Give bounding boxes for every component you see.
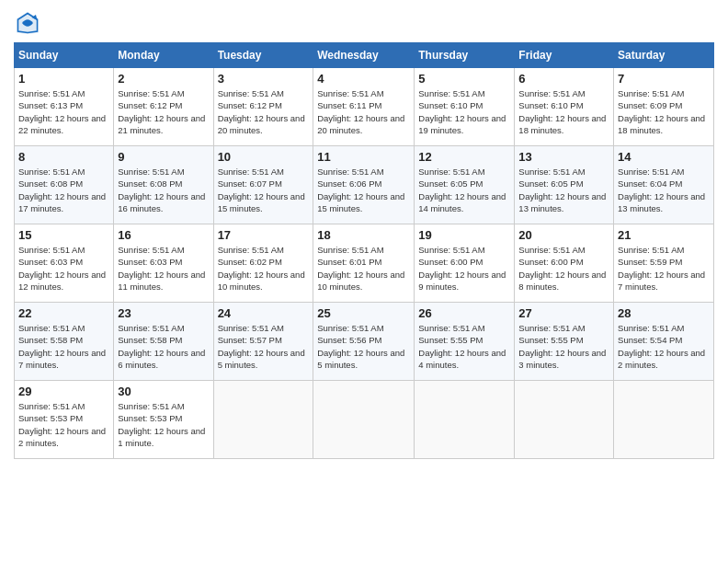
day-number: 20 bbox=[518, 228, 609, 242]
weekday-header: Wednesday bbox=[313, 43, 415, 68]
day-info: Sunrise: 5:51 AMSunset: 6:01 PMDaylight:… bbox=[317, 244, 410, 293]
calendar-week-row: 1Sunrise: 5:51 AMSunset: 6:13 PMDaylight… bbox=[15, 68, 714, 146]
day-info: Sunrise: 5:51 AMSunset: 6:03 PMDaylight:… bbox=[118, 244, 209, 293]
day-info: Sunrise: 5:51 AMSunset: 6:09 PMDaylight:… bbox=[618, 87, 710, 136]
day-info: Sunrise: 5:51 AMSunset: 5:59 PMDaylight:… bbox=[618, 244, 710, 293]
calendar-cell: 7Sunrise: 5:51 AMSunset: 6:09 PMDaylight… bbox=[614, 68, 714, 146]
day-number: 29 bbox=[18, 385, 109, 398]
calendar-table: SundayMondayTuesdayWednesdayThursdayFrid… bbox=[14, 42, 714, 459]
calendar-week-row: 15Sunrise: 5:51 AMSunset: 6:03 PMDayligh… bbox=[15, 224, 714, 303]
day-number: 1 bbox=[18, 72, 109, 86]
day-info: Sunrise: 5:51 AMSunset: 6:03 PMDaylight:… bbox=[18, 244, 109, 293]
day-number: 10 bbox=[218, 150, 310, 164]
calendar-cell bbox=[313, 381, 415, 459]
calendar-cell: 8Sunrise: 5:51 AMSunset: 6:08 PMDaylight… bbox=[15, 146, 114, 224]
day-number: 14 bbox=[618, 150, 710, 164]
day-info: Sunrise: 5:51 AMSunset: 6:12 PMDaylight:… bbox=[118, 87, 209, 136]
calendar-cell: 22Sunrise: 5:51 AMSunset: 5:58 PMDayligh… bbox=[15, 303, 114, 381]
day-number: 24 bbox=[218, 306, 310, 320]
calendar-week-row: 29Sunrise: 5:51 AMSunset: 5:53 PMDayligh… bbox=[15, 381, 714, 459]
calendar-cell: 24Sunrise: 5:51 AMSunset: 5:57 PMDayligh… bbox=[213, 303, 313, 381]
logo-icon bbox=[14, 9, 41, 37]
calendar-cell: 21Sunrise: 5:51 AMSunset: 5:59 PMDayligh… bbox=[614, 224, 714, 303]
weekday-header: Monday bbox=[114, 43, 213, 68]
calendar-cell: 28Sunrise: 5:51 AMSunset: 5:54 PMDayligh… bbox=[614, 303, 714, 381]
logo bbox=[14, 9, 45, 37]
calendar-cell: 25Sunrise: 5:51 AMSunset: 5:56 PMDayligh… bbox=[313, 303, 415, 381]
calendar-week-row: 8Sunrise: 5:51 AMSunset: 6:08 PMDaylight… bbox=[15, 146, 714, 224]
calendar-cell: 30Sunrise: 5:51 AMSunset: 5:53 PMDayligh… bbox=[114, 381, 213, 459]
day-number: 22 bbox=[18, 306, 109, 320]
day-info: Sunrise: 5:51 AMSunset: 5:53 PMDaylight:… bbox=[18, 400, 109, 449]
calendar-cell: 16Sunrise: 5:51 AMSunset: 6:03 PMDayligh… bbox=[114, 224, 213, 303]
calendar-cell bbox=[415, 381, 515, 459]
weekday-header: Sunday bbox=[15, 43, 114, 68]
day-info: Sunrise: 5:51 AMSunset: 6:08 PMDaylight:… bbox=[118, 166, 209, 214]
day-number: 8 bbox=[18, 150, 109, 164]
day-info: Sunrise: 5:51 AMSunset: 6:02 PMDaylight:… bbox=[218, 244, 310, 293]
day-number: 21 bbox=[618, 228, 710, 242]
header bbox=[14, 9, 714, 37]
day-info: Sunrise: 5:51 AMSunset: 5:55 PMDaylight:… bbox=[418, 322, 510, 371]
calendar-cell bbox=[515, 381, 614, 459]
day-number: 6 bbox=[518, 72, 609, 86]
calendar-cell: 11Sunrise: 5:51 AMSunset: 6:06 PMDayligh… bbox=[313, 146, 415, 224]
calendar-cell: 6Sunrise: 5:51 AMSunset: 6:10 PMDaylight… bbox=[515, 68, 614, 146]
day-number: 12 bbox=[418, 150, 510, 164]
day-number: 3 bbox=[218, 72, 310, 86]
day-number: 9 bbox=[118, 150, 209, 164]
day-info: Sunrise: 5:51 AMSunset: 6:12 PMDaylight:… bbox=[218, 87, 310, 136]
day-number: 7 bbox=[618, 72, 710, 86]
day-info: Sunrise: 5:51 AMSunset: 6:08 PMDaylight:… bbox=[18, 166, 109, 214]
calendar-cell: 12Sunrise: 5:51 AMSunset: 6:05 PMDayligh… bbox=[415, 146, 515, 224]
day-info: Sunrise: 5:51 AMSunset: 5:53 PMDaylight:… bbox=[118, 400, 209, 449]
day-info: Sunrise: 5:51 AMSunset: 6:05 PMDaylight:… bbox=[518, 166, 609, 214]
day-info: Sunrise: 5:51 AMSunset: 6:06 PMDaylight:… bbox=[317, 166, 410, 214]
weekday-header: Friday bbox=[515, 43, 614, 68]
day-info: Sunrise: 5:51 AMSunset: 6:00 PMDaylight:… bbox=[418, 244, 510, 293]
day-info: Sunrise: 5:51 AMSunset: 5:57 PMDaylight:… bbox=[218, 322, 310, 371]
day-number: 18 bbox=[317, 228, 410, 242]
calendar-body: 1Sunrise: 5:51 AMSunset: 6:13 PMDaylight… bbox=[15, 68, 714, 459]
day-info: Sunrise: 5:51 AMSunset: 5:58 PMDaylight:… bbox=[18, 322, 109, 371]
weekday-header: Tuesday bbox=[213, 43, 313, 68]
day-info: Sunrise: 5:51 AMSunset: 5:58 PMDaylight:… bbox=[118, 322, 209, 371]
day-info: Sunrise: 5:51 AMSunset: 6:04 PMDaylight:… bbox=[618, 166, 710, 214]
calendar-cell: 10Sunrise: 5:51 AMSunset: 6:07 PMDayligh… bbox=[213, 146, 313, 224]
calendar-cell: 23Sunrise: 5:51 AMSunset: 5:58 PMDayligh… bbox=[114, 303, 213, 381]
weekday-header: Saturday bbox=[614, 43, 714, 68]
calendar-cell: 17Sunrise: 5:51 AMSunset: 6:02 PMDayligh… bbox=[213, 224, 313, 303]
calendar-cell: 2Sunrise: 5:51 AMSunset: 6:12 PMDaylight… bbox=[114, 68, 213, 146]
calendar-cell: 20Sunrise: 5:51 AMSunset: 6:00 PMDayligh… bbox=[515, 224, 614, 303]
day-info: Sunrise: 5:51 AMSunset: 6:10 PMDaylight:… bbox=[518, 87, 609, 136]
calendar-cell: 26Sunrise: 5:51 AMSunset: 5:55 PMDayligh… bbox=[415, 303, 515, 381]
day-info: Sunrise: 5:51 AMSunset: 6:10 PMDaylight:… bbox=[418, 87, 510, 136]
day-number: 4 bbox=[317, 72, 410, 86]
calendar-week-row: 22Sunrise: 5:51 AMSunset: 5:58 PMDayligh… bbox=[15, 303, 714, 381]
day-info: Sunrise: 5:51 AMSunset: 6:13 PMDaylight:… bbox=[18, 87, 109, 136]
day-number: 2 bbox=[118, 72, 209, 86]
calendar-cell: 29Sunrise: 5:51 AMSunset: 5:53 PMDayligh… bbox=[15, 381, 114, 459]
day-info: Sunrise: 5:51 AMSunset: 6:07 PMDaylight:… bbox=[218, 166, 310, 214]
calendar-cell: 1Sunrise: 5:51 AMSunset: 6:13 PMDaylight… bbox=[15, 68, 114, 146]
day-info: Sunrise: 5:51 AMSunset: 6:11 PMDaylight:… bbox=[317, 87, 410, 136]
calendar-cell: 15Sunrise: 5:51 AMSunset: 6:03 PMDayligh… bbox=[15, 224, 114, 303]
calendar-cell bbox=[213, 381, 313, 459]
day-number: 23 bbox=[118, 306, 209, 320]
day-number: 13 bbox=[518, 150, 609, 164]
calendar-cell: 18Sunrise: 5:51 AMSunset: 6:01 PMDayligh… bbox=[313, 224, 415, 303]
calendar-cell: 9Sunrise: 5:51 AMSunset: 6:08 PMDaylight… bbox=[114, 146, 213, 224]
calendar-cell: 13Sunrise: 5:51 AMSunset: 6:05 PMDayligh… bbox=[515, 146, 614, 224]
day-number: 26 bbox=[418, 306, 510, 320]
calendar-cell: 27Sunrise: 5:51 AMSunset: 5:55 PMDayligh… bbox=[515, 303, 614, 381]
calendar-cell: 5Sunrise: 5:51 AMSunset: 6:10 PMDaylight… bbox=[415, 68, 515, 146]
day-number: 5 bbox=[418, 72, 510, 86]
day-number: 25 bbox=[317, 306, 410, 320]
day-number: 30 bbox=[118, 385, 209, 398]
day-info: Sunrise: 5:51 AMSunset: 5:55 PMDaylight:… bbox=[518, 322, 609, 371]
calendar-cell: 3Sunrise: 5:51 AMSunset: 6:12 PMDaylight… bbox=[213, 68, 313, 146]
day-number: 27 bbox=[518, 306, 609, 320]
calendar-cell: 14Sunrise: 5:51 AMSunset: 6:04 PMDayligh… bbox=[614, 146, 714, 224]
day-number: 17 bbox=[218, 228, 310, 242]
calendar-header: SundayMondayTuesdayWednesdayThursdayFrid… bbox=[15, 43, 714, 68]
